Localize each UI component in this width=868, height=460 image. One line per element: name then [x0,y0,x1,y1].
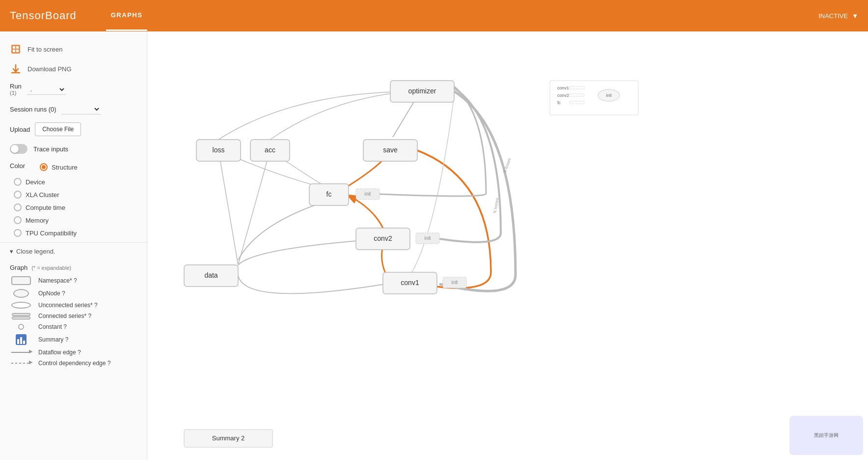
fit-screen-icon [10,43,22,55]
structure-label: Structure [52,164,78,171]
status-label: INACTIVE [818,12,848,20]
run-select[interactable]: . [27,84,66,95]
namespace-label: Namespace* ? [38,277,77,284]
upload-label: Upload [10,126,30,133]
svg-rect-1 [13,46,15,49]
svg-text:init: init [606,93,612,98]
app-title: TensorBoard [10,9,77,22]
svg-rect-3 [13,50,15,52]
conv1-label: conv1 [401,279,419,287]
color-options: Device XLA Cluster Compute time Memory T… [14,176,137,238]
session-label: Session runs (0) [10,106,56,113]
color-xla-option[interactable]: XLA Cluster [14,189,137,200]
constant-label: Constant ? [38,323,67,330]
session-section: Session runs (0) [0,100,147,118]
color-memory-option[interactable]: Memory [14,215,137,226]
structure-radio[interactable] [40,163,48,171]
trace-section: Trace inputs [0,140,147,158]
xla-label: XLA Cluster [26,191,59,199]
dataflow-icon [10,352,32,353]
opnode-icon [10,289,32,298]
legend-toggle-label: Close legend. [16,248,55,255]
header: TensorBoard GRAPHS INACTIVE ▼ [0,0,868,31]
device-label: Device [26,178,45,186]
svg-rect-2 [16,46,19,49]
summary-label: Summary ? [38,336,68,343]
tpu-radio[interactable] [14,229,22,237]
tpu-label: TPU Compatibility [26,230,77,237]
legend-controldep: Control dependency edge ? [10,360,137,367]
legend-summary: Summary ? [10,334,137,345]
legend-graph-label: Graph [10,264,27,271]
svg-text:Summary 2: Summary 2 [212,434,244,442]
conv1-init-label: init [452,280,458,285]
toggle-knob [11,145,19,153]
svg-rect-5 [147,31,868,460]
choose-file-button[interactable]: Choose File [35,122,81,136]
download-png-label: Download PNG [27,65,72,73]
chevron-down-icon: ▾ [10,248,13,255]
legend-unconnected: Unconnected series* ? [10,302,137,309]
svg-text:fc: fc [557,100,561,105]
svg-text:conv1: conv1 [557,86,569,90]
svg-text:conv2: conv2 [557,93,569,98]
controldep-icon [10,363,32,364]
optimizer-label: optimizer [408,87,436,95]
xla-radio[interactable] [14,191,22,199]
constant-icon [10,324,32,330]
connected-label: Connected series* ? [38,313,91,319]
run-section: Run (1) . [0,79,147,100]
unconnected-label: Unconnected series* ? [38,302,98,309]
legend-connected: Connected series* ? [10,313,137,319]
color-compute-option[interactable]: Compute time [14,202,137,213]
color-section: Color Structure Device XLA Cluster Compu… [0,158,147,242]
mini-overview: conv1 conv2 fc init [550,81,638,115]
acc-label: acc [265,146,275,154]
color-label: Color [10,162,25,170]
graphs-nav[interactable]: GRAPHS [106,0,148,31]
conv2-init-label: init [425,235,431,241]
legend-toggle-button[interactable]: ▾ Close legend. [0,242,147,260]
legend-namespace: Namespace* ? [10,276,137,285]
namespace-icon [10,276,32,285]
color-tpu-option[interactable]: TPU Compatibility [14,228,137,238]
svg-rect-4 [16,50,19,52]
compute-label: Compute time [26,204,65,211]
fit-to-screen-button[interactable]: Fit to screen [0,39,147,59]
status-arrow-icon: ▼ [852,12,858,20]
unconnected-icon [10,302,32,309]
sidebar: Fit to screen Download PNG Run (1) . Ses… [0,31,147,460]
controldep-label: Control dependency edge ? [38,360,110,367]
compute-radio[interactable] [14,203,22,211]
watermark: 黑妞手游网 [789,416,863,455]
legend-graph-subtitle: (* = expandable) [31,265,71,271]
summary-2-node[interactable]: Summary 2 [184,430,272,447]
connected-icon [10,313,32,319]
color-structure-option[interactable]: Structure [40,162,78,172]
legend-constant: Constant ? [10,323,137,330]
download-png-button[interactable]: Download PNG [0,59,147,79]
run-label: Run [10,83,22,90]
device-radio[interactable] [14,178,22,186]
legend-section: Graph (* = expandable) Namespace* ? OpNo… [0,260,147,374]
conv2-label: conv2 [374,234,392,242]
download-icon [10,63,22,75]
memory-radio[interactable] [14,216,22,224]
upload-section: Upload Choose File [0,118,147,140]
status-indicator[interactable]: INACTIVE ▼ [818,12,858,20]
trace-inputs-toggle[interactable] [10,144,27,154]
color-device-option[interactable]: Device [14,176,137,187]
session-select[interactable] [61,104,101,115]
save-label: save [383,146,398,154]
svg-rect-0 [11,45,20,54]
run-count: (1) [10,90,22,96]
graph-svg: optimizer save loss acc fc init conv2 in… [147,31,868,460]
graph-canvas[interactable]: optimizer save loss acc fc init conv2 in… [147,31,868,460]
fit-to-screen-label: Fit to screen [27,46,63,53]
legend-opnode: OpNode ? [10,289,137,298]
fc-label: fc [326,190,332,198]
trace-inputs-label: Trace inputs [33,145,68,153]
fc-init-label: init [365,191,371,197]
dataflow-label: Dataflow edge ? [38,349,81,356]
loss-label: loss [213,146,225,154]
